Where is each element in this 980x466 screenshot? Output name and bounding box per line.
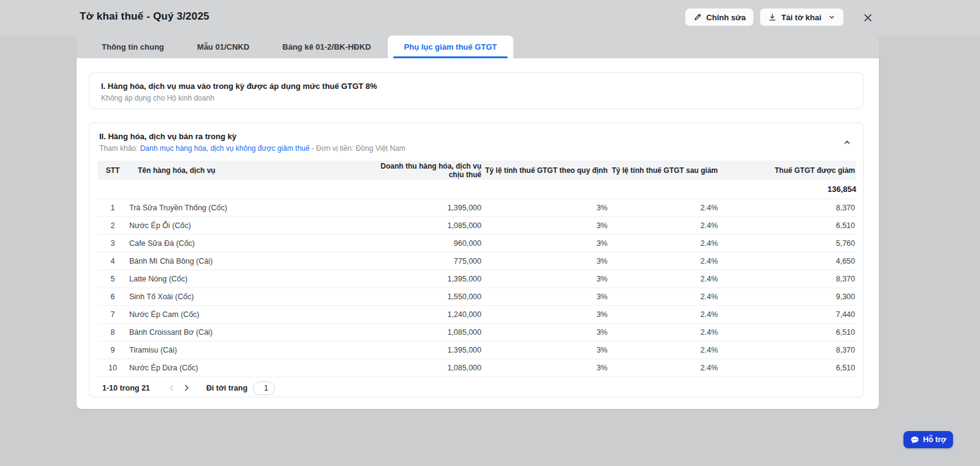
page-title: Tờ khai thuế - Quý 3/2025	[80, 10, 209, 23]
revenue-value: 960,000	[364, 234, 483, 252]
rate-value: 3%	[483, 359, 609, 376]
download-declaration-button[interactable]: Tải tờ khai	[760, 8, 844, 26]
reduced-tax-value: 6,510	[719, 216, 856, 234]
titlebar-actions: Chỉnh sửa Tải tờ khai	[685, 8, 844, 26]
product-name: Tiramisu (Cái)	[128, 341, 364, 359]
reduced-rate-value: 2.4%	[609, 305, 719, 323]
sales-table: STT Tên hàng hóa, dịch vụ Doanh thu hàng…	[97, 161, 856, 377]
product-name: Sinh Tố Xoài (Cốc)	[128, 288, 364, 305]
table-row[interactable]: 8 Bánh Croissant Bơ (Cái) 1,085,000 3% 2…	[97, 323, 856, 341]
reduced-rate-value: 2.4%	[609, 234, 719, 252]
product-name: Trà Sữa Truyền Thống (Cốc)	[128, 199, 364, 216]
rate-value: 3%	[483, 270, 609, 288]
rate-value: 3%	[483, 288, 609, 305]
table-row[interactable]: 4 Bánh Mì Chà Bông (Cái) 775,000 3% 2.4%…	[97, 252, 856, 270]
chevron-left-icon[interactable]	[166, 382, 178, 394]
reduced-tax-value: 8,370	[719, 270, 856, 288]
support-button-label: Hỗ trợ	[923, 435, 946, 444]
tab-4[interactable]: Phụ lục giảm thuế GTGT	[388, 36, 514, 58]
tab-strip: Thông tin chungMẫu 01/CNKDBảng kê 01-2/B…	[77, 36, 879, 58]
reduced-tax-value: 8,370	[719, 341, 856, 359]
table-row[interactable]: 3 Cafe Sữa Đá (Cốc) 960,000 3% 2.4% 5,76…	[97, 234, 856, 252]
rate-value: 3%	[483, 323, 609, 341]
product-name: Latte Nóng (Cốc)	[128, 270, 364, 288]
col-header-name: Tên hàng hóa, dịch vụ	[128, 161, 364, 180]
section2-title: II. Hàng hóa, dịch vụ bán ra trong kỳ	[99, 131, 855, 142]
col-header-reduced-tax: Thuế GTGT được giảm	[719, 161, 856, 180]
table-row[interactable]: 1 Trà Sữa Truyền Thống (Cốc) 1,395,000 3…	[97, 199, 856, 216]
rate-value: 3%	[483, 234, 609, 252]
close-icon[interactable]	[861, 11, 875, 25]
table-row[interactable]: 6 Sinh Tố Xoài (Cốc) 1,550,000 3% 2.4% 9…	[97, 288, 856, 305]
rate-value: 3%	[483, 341, 609, 359]
tab-3[interactable]: Bảng kê 01-2/BK-HĐKD	[266, 36, 387, 58]
reduced-tax-value: 9,300	[719, 288, 856, 305]
pencil-icon	[693, 13, 702, 21]
rate-value: 3%	[483, 305, 609, 323]
total-reduced-tax: 136,854	[719, 180, 856, 199]
col-header-rate: Tỷ lệ tính thuế GTGT theo quy định	[483, 161, 609, 180]
tab-2[interactable]: Mẫu 01/CNKD	[181, 36, 266, 58]
revenue-value: 1,240,000	[364, 305, 483, 323]
download-icon	[768, 13, 777, 21]
support-button[interactable]: Hỗ trợ	[903, 431, 953, 448]
chat-bubble-icon	[910, 435, 919, 445]
reduced-tax-value: 8,370	[719, 199, 856, 216]
section-sales: II. Hàng hóa, dịch vụ bán ra trong kỳ Th…	[89, 123, 864, 397]
table-row[interactable]: 7 Nước Ép Cam (Cốc) 1,240,000 3% 2.4% 7,…	[97, 305, 856, 323]
pagination-range: 1-10 trong 21	[102, 384, 150, 392]
revenue-value: 1,085,000	[364, 216, 483, 234]
rate-value: 3%	[483, 252, 609, 270]
table-row[interactable]: 5 Latte Nóng (Cốc) 1,395,000 3% 2.4% 8,3…	[97, 270, 856, 288]
table-row[interactable]: 10 Nước Ép Dứa (Cốc) 1,085,000 3% 2.4% 6…	[97, 359, 856, 376]
col-header-reduced-rate: Tỷ lệ tính thuế GTGT sau giảm	[609, 161, 719, 180]
reduced-tax-value: 6,510	[719, 359, 856, 376]
content-card: I. Hàng hóa, dịch vụ mua vào trong kỳ đư…	[77, 58, 879, 409]
reduced-rate-value: 2.4%	[609, 199, 719, 216]
title-bar: Tờ khai thuế - Quý 3/2025 Chỉnh sửa Tải …	[0, 0, 980, 36]
product-name: Nước Ép Dứa (Cốc)	[128, 359, 364, 376]
section-purchases: I. Hàng hóa, dịch vụ mua vào trong kỳ đư…	[89, 72, 864, 109]
collapse-section-icon[interactable]	[840, 136, 854, 149]
goto-page-input[interactable]	[253, 381, 275, 395]
reference-link[interactable]: Danh mục hàng hóa, dịch vụ không được gi…	[140, 144, 310, 153]
reduced-tax-value: 4,650	[719, 252, 856, 270]
reduced-rate-value: 2.4%	[609, 216, 719, 234]
revenue-value: 1,550,000	[364, 288, 483, 305]
revenue-value: 1,085,000	[364, 323, 483, 341]
section2-subtitle: Tham khảo: Danh mục hàng hóa, dịch vụ kh…	[99, 143, 855, 154]
table-total-row: 136,854	[97, 180, 856, 199]
download-button-label: Tải tờ khai	[781, 13, 821, 22]
section1-subtitle: Không áp dụng cho Hộ kinh doanh	[101, 93, 853, 104]
tab-1[interactable]: Thông tin chung	[85, 36, 181, 58]
section2-header: II. Hàng hóa, dịch vụ bán ra trong kỳ Th…	[97, 131, 855, 154]
reduced-rate-value: 2.4%	[609, 341, 719, 359]
reduced-rate-value: 2.4%	[609, 359, 719, 376]
reduced-rate-value: 2.4%	[609, 288, 719, 305]
pagination: 1-10 trong 21 Đi tới trang	[102, 377, 855, 399]
reduced-rate-value: 2.4%	[609, 323, 719, 341]
reduced-tax-value: 7,440	[719, 305, 856, 323]
product-name: Nước Ép Ổi (Cốc)	[128, 216, 364, 234]
table-row[interactable]: 2 Nước Ép Ổi (Cốc) 1,085,000 3% 2.4% 6,5…	[97, 216, 856, 234]
revenue-value: 775,000	[364, 252, 483, 270]
rate-value: 3%	[483, 216, 609, 234]
reduced-rate-value: 2.4%	[609, 252, 719, 270]
revenue-value: 1,395,000	[364, 341, 483, 359]
table-row[interactable]: 9 Tiramisu (Cái) 1,395,000 3% 2.4% 8,370	[97, 341, 856, 359]
section1-title: I. Hàng hóa, dịch vụ mua vào trong kỳ đư…	[101, 80, 853, 92]
product-name: Cafe Sữa Đá (Cốc)	[128, 234, 364, 252]
product-name: Bánh Croissant Bơ (Cái)	[128, 323, 364, 341]
revenue-value: 1,395,000	[364, 270, 483, 288]
rate-value: 3%	[483, 199, 609, 216]
col-header-revenue: Doanh thu hàng hóa, dịch vụ chịu thuế	[364, 161, 483, 180]
revenue-value: 1,395,000	[364, 199, 483, 216]
edit-button[interactable]: Chỉnh sửa	[685, 8, 754, 26]
chevron-right-icon[interactable]	[181, 382, 193, 394]
table-header-row: STT Tên hàng hóa, dịch vụ Doanh thu hàng…	[97, 161, 856, 180]
reduced-tax-value: 6,510	[719, 323, 856, 341]
reduced-tax-value: 5,760	[719, 234, 856, 252]
reduced-rate-value: 2.4%	[609, 270, 719, 288]
chevron-down-icon	[828, 13, 835, 21]
product-name: Nước Ép Cam (Cốc)	[128, 305, 364, 323]
